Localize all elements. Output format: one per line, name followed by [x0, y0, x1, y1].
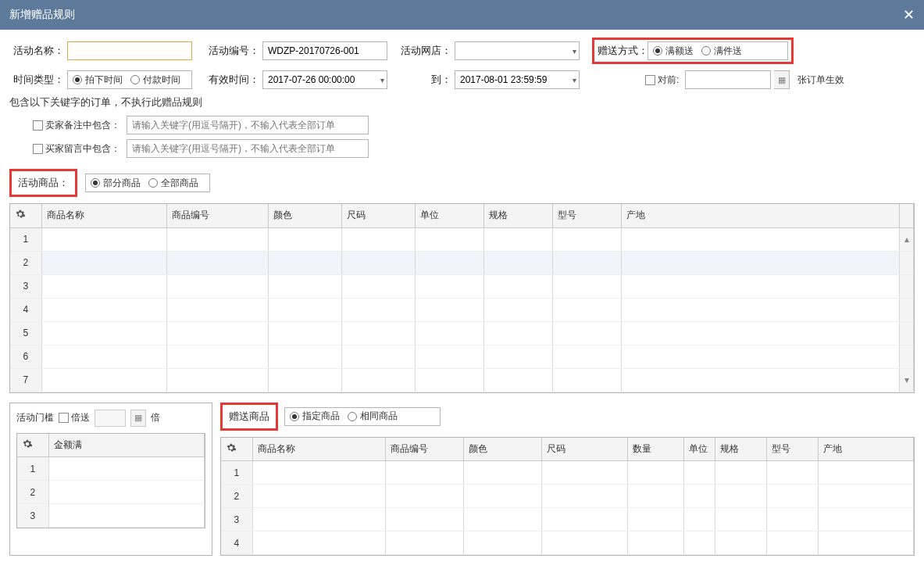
table-cell[interactable]	[818, 461, 914, 485]
table-row[interactable]: 1▴	[10, 227, 914, 251]
table-cell[interactable]	[166, 298, 268, 321]
table-row[interactable]: 2	[221, 485, 914, 508]
table-cell[interactable]	[683, 461, 715, 485]
col-origin[interactable]: 产地	[621, 204, 900, 227]
table-cell[interactable]	[463, 485, 541, 508]
table-cell[interactable]	[627, 532, 683, 555]
table-cell[interactable]	[552, 321, 621, 345]
table-row[interactable]: 3	[221, 508, 914, 532]
table-cell[interactable]	[552, 345, 621, 368]
table-cell[interactable]	[252, 461, 385, 485]
col-product-code[interactable]: 商品编号	[166, 204, 268, 227]
buyer-message-input[interactable]	[127, 139, 369, 158]
table-cell[interactable]	[463, 461, 541, 485]
table-cell[interactable]	[766, 461, 818, 485]
table-cell[interactable]	[341, 321, 415, 345]
table-cell[interactable]	[627, 461, 683, 485]
table-cell[interactable]	[268, 251, 341, 274]
table-cell[interactable]	[385, 508, 463, 532]
col-model[interactable]: 型号	[552, 204, 621, 227]
table-cell[interactable]	[621, 251, 900, 274]
table-row[interactable]: 1	[221, 461, 914, 485]
table-cell[interactable]	[252, 508, 385, 532]
valid-time-to-select[interactable]: ▾	[455, 70, 580, 89]
table-cell[interactable]	[341, 251, 415, 274]
activity-code-input[interactable]	[262, 41, 387, 60]
table-cell[interactable]	[341, 274, 415, 298]
table-cell[interactable]	[621, 227, 900, 251]
calendar-icon[interactable]: ▦	[774, 70, 790, 89]
table-cell[interactable]	[268, 227, 341, 251]
col-origin[interactable]: 产地	[818, 438, 914, 461]
table-row[interactable]: 4	[10, 298, 914, 321]
table-cell[interactable]	[41, 227, 166, 251]
table-cell[interactable]	[683, 508, 715, 532]
table-cell[interactable]	[341, 298, 415, 321]
table-cell[interactable]	[483, 321, 552, 345]
gear-header[interactable]	[17, 434, 48, 457]
table-row[interactable]: 6	[10, 345, 914, 368]
table-cell[interactable]	[552, 298, 621, 321]
table-cell[interactable]	[268, 368, 341, 392]
table-cell[interactable]	[166, 274, 268, 298]
valid-time-from-select[interactable]: ▾	[262, 70, 387, 89]
gift-method-full-amount[interactable]: 满额送	[653, 45, 694, 58]
table-cell[interactable]	[715, 532, 766, 555]
table-cell[interactable]	[415, 368, 483, 392]
table-cell[interactable]	[715, 508, 766, 532]
table-cell[interactable]	[415, 227, 483, 251]
scrollbar[interactable]	[900, 298, 914, 321]
table-cell[interactable]	[268, 321, 341, 345]
scrollbar[interactable]	[900, 345, 914, 368]
table-cell[interactable]	[715, 461, 766, 485]
double-send-checkbox[interactable]: 倍送	[59, 411, 90, 424]
table-cell[interactable]	[766, 485, 818, 508]
col-product-name[interactable]: 商品名称	[41, 204, 166, 227]
gift-scope-specified[interactable]: 指定商品	[290, 410, 340, 423]
table-cell[interactable]	[415, 298, 483, 321]
seller-remark-input[interactable]	[127, 116, 369, 134]
table-cell[interactable]	[48, 457, 205, 481]
table-cell[interactable]	[552, 251, 621, 274]
table-cell[interactable]	[41, 251, 166, 274]
table-cell[interactable]	[415, 321, 483, 345]
table-cell[interactable]	[166, 368, 268, 392]
front-count-input[interactable]	[685, 70, 771, 89]
table-cell[interactable]	[415, 251, 483, 274]
col-code[interactable]: 商品编号	[385, 438, 463, 461]
table-cell[interactable]	[166, 321, 268, 345]
front-checkbox[interactable]: 对前:	[645, 73, 679, 87]
table-cell[interactable]	[48, 504, 205, 528]
table-row[interactable]: 2	[17, 481, 205, 504]
table-cell[interactable]	[41, 298, 166, 321]
table-cell[interactable]	[41, 274, 166, 298]
table-cell[interactable]	[252, 532, 385, 555]
product-scope-all[interactable]: 全部商品	[148, 177, 198, 190]
col-size[interactable]: 尺码	[341, 204, 415, 227]
table-cell[interactable]	[715, 485, 766, 508]
product-scope-partial[interactable]: 部分商品	[91, 177, 141, 190]
col-model[interactable]: 型号	[766, 438, 818, 461]
table-cell[interactable]	[385, 461, 463, 485]
col-color[interactable]: 颜色	[463, 438, 541, 461]
table-cell[interactable]	[252, 485, 385, 508]
table-cell[interactable]	[385, 532, 463, 555]
table-row[interactable]: 5	[10, 321, 914, 345]
table-cell[interactable]	[268, 298, 341, 321]
table-cell[interactable]	[341, 227, 415, 251]
time-type-pay[interactable]: 付款时间	[130, 73, 180, 87]
table-cell[interactable]	[268, 345, 341, 368]
gear-header[interactable]	[10, 204, 41, 227]
table-cell[interactable]	[627, 508, 683, 532]
table-cell[interactable]	[621, 345, 900, 368]
table-row[interactable]: 2	[10, 251, 914, 274]
seller-remark-checkbox[interactable]: 卖家备注中包含：	[33, 119, 127, 132]
scrollbar[interactable]: ▴	[900, 227, 914, 251]
table-row[interactable]: 1	[17, 457, 205, 481]
table-cell[interactable]	[415, 345, 483, 368]
table-cell[interactable]	[483, 345, 552, 368]
table-cell[interactable]	[483, 368, 552, 392]
table-cell[interactable]	[552, 368, 621, 392]
buyer-message-checkbox[interactable]: 买家留言中包含：	[33, 142, 127, 156]
table-cell[interactable]	[683, 532, 715, 555]
